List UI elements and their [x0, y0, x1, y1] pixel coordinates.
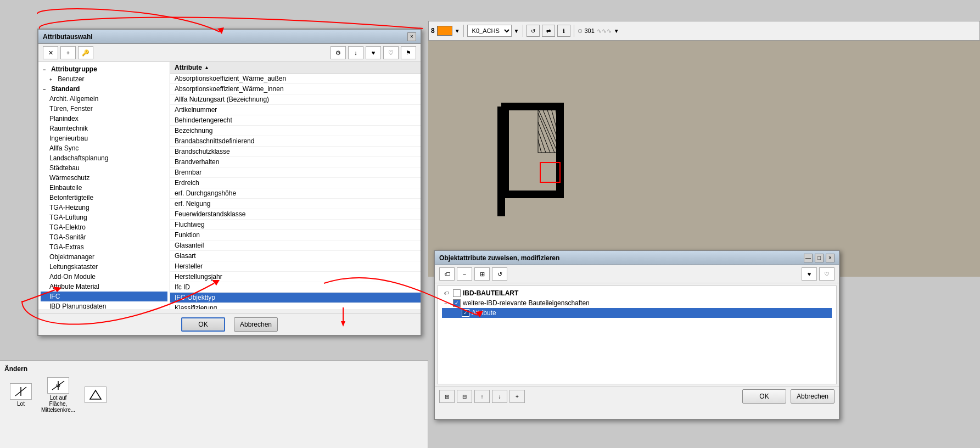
- objattr-btn-fav2[interactable]: ♡: [819, 267, 835, 281]
- objattr-btn-fav1[interactable]: ♥: [802, 267, 817, 281]
- tool-lot-icon[interactable]: [10, 383, 32, 400]
- attr-toolbar-fav1-btn[interactable]: ♥: [366, 46, 381, 59]
- objattr-footer-btn2[interactable]: ⊟: [457, 390, 472, 403]
- attribute-list[interactable]: Absorptionskoeffizient_Wärme_außen Absor…: [170, 74, 421, 309]
- attr-toolbar-flag-btn[interactable]: ⚑: [401, 46, 416, 59]
- attr-item-17[interactable]: Glasart: [170, 251, 421, 261]
- objattr-btn-minus[interactable]: −: [457, 267, 472, 281]
- tree-item-attributgruppe[interactable]: − Attributgruppe: [41, 64, 167, 74]
- objattr-footer-btn3[interactable]: ↑: [474, 390, 490, 403]
- attr-item-21[interactable]: IFC-Objekttyp: [170, 293, 421, 303]
- tree-item-betonfertig[interactable]: Betonfertigteile: [41, 193, 167, 203]
- attr-item-16[interactable]: Glasanteil: [170, 240, 421, 251]
- tree-item-ibdplanung[interactable]: IBD Planungsdaten: [41, 301, 167, 309]
- objattr-btn-table[interactable]: ⊞: [474, 267, 490, 281]
- objattr-tree-attribute[interactable]: ✓ Attribute: [442, 308, 832, 318]
- attr-item-5[interactable]: Bezeichnung: [170, 126, 421, 136]
- attr-item-8[interactable]: Brandverhalten: [170, 157, 421, 167]
- attr-toolbar-key-btn[interactable]: 🔑: [78, 46, 93, 59]
- tool-lot-flaeche[interactable]: Lot auf Fläche, Mittelsenkre...: [42, 377, 75, 413]
- toolbar-scale-arrow[interactable]: ▼: [614, 28, 619, 34]
- dialog-objektattr-ok-btn[interactable]: OK: [742, 389, 786, 404]
- tree-item-addon[interactable]: Add-On Module: [41, 272, 167, 282]
- attr-toolbar-add-btn[interactable]: +: [60, 46, 76, 59]
- attr-item-1[interactable]: Absorptionskoeffizient_Wärme_innen: [170, 84, 421, 94]
- tree-item-objektmanager[interactable]: Objektmanager: [41, 252, 167, 262]
- toolbar-refresh-btn[interactable]: ↺: [527, 25, 540, 37]
- tree-item-tgalueftung[interactable]: TGA-Lüftung: [41, 212, 167, 222]
- attr-item-19[interactable]: Herstellungsjahr: [170, 272, 421, 282]
- attr-item-22[interactable]: Klassifizierung: [170, 303, 421, 309]
- tool-lot[interactable]: Lot: [4, 383, 37, 407]
- tree-item-benutzer[interactable]: + Benutzer: [41, 74, 167, 84]
- objattr-footer-btn5[interactable]: +: [509, 390, 525, 403]
- attr-item-6[interactable]: Brandabschnittsdefinierend: [170, 136, 421, 147]
- attr-item-4[interactable]: Behindertengerecht: [170, 115, 421, 126]
- toolbar-layer-arrow[interactable]: ▼: [514, 28, 519, 34]
- objattr-tree-ibdbauteilart[interactable]: 🏷 IBD-BAUTEILART: [442, 288, 832, 298]
- attr-item-20[interactable]: Ifc ID: [170, 282, 421, 293]
- tree-item-ingenieurbau[interactable]: Ingenieurbau: [41, 133, 167, 143]
- tree-item-tgasanitaer[interactable]: TGA-Sanitär: [41, 232, 167, 242]
- tree-item-attrmaterial[interactable]: Attribute Material: [41, 282, 167, 292]
- objattr-btn-refresh[interactable]: ↺: [492, 267, 507, 281]
- attribute-group-tree[interactable]: − Attributgruppe + Benutzer − Standard A…: [38, 62, 170, 309]
- tree-item-tgaheizung[interactable]: TGA-Heizung: [41, 203, 167, 212]
- toolbar-dropdown-arrow[interactable]: ▼: [455, 28, 460, 34]
- attr-item-18[interactable]: Hersteller: [170, 261, 421, 272]
- dialog-attributauswahl-close[interactable]: ×: [407, 32, 416, 41]
- tool-lot-flaeche-icon[interactable]: [47, 377, 69, 394]
- toolbar-color-swatch[interactable]: [437, 26, 452, 36]
- svg-rect-12: [497, 107, 505, 216]
- attr-item-15[interactable]: Funktion: [170, 230, 421, 240]
- attr-item-2[interactable]: Allfa Nutzungsart (Bezeichnung): [170, 94, 421, 105]
- tree-item-waermeschutz[interactable]: Wärmeschutz: [41, 173, 167, 183]
- attr-item-0[interactable]: Absorptionskoeffizient_Wärme_außen: [170, 74, 421, 84]
- dialog-attributauswahl-cancel-btn[interactable]: Abbrechen: [234, 317, 278, 332]
- attr-toolbar-config-btn[interactable]: ⚙: [331, 46, 346, 59]
- checkbox-attribute[interactable]: ✓: [462, 309, 469, 317]
- attr-item-9[interactable]: Brennbar: [170, 167, 421, 178]
- attr-toolbar-fav2-btn[interactable]: ♡: [383, 46, 399, 59]
- tree-item-archit[interactable]: Archit. Allgemein: [41, 94, 167, 104]
- toolbar-info-btn[interactable]: ℹ: [557, 25, 570, 37]
- toolbar-layer-dropdown[interactable]: K0_ACHS: [467, 25, 512, 37]
- toolbar-sync-btn[interactable]: ⇄: [542, 25, 555, 37]
- attr-item-12[interactable]: erf. Neigung: [170, 199, 421, 209]
- attribute-list-header[interactable]: Attribute ▲: [170, 62, 421, 74]
- objattr-footer-btn4[interactable]: ↓: [492, 390, 507, 403]
- tree-item-raumtechnik[interactable]: Raumtechnik: [41, 124, 167, 133]
- checkbox-weitere[interactable]: ✓: [453, 299, 461, 307]
- attr-item-13[interactable]: Feuerwiderstandsklasse: [170, 209, 421, 220]
- tree-item-einbauteile[interactable]: Einbauteile: [41, 183, 167, 193]
- tree-item-allfasync[interactable]: Allfa Sync: [41, 143, 167, 153]
- tool-facen[interactable]: [79, 387, 112, 404]
- tool-facen-icon[interactable]: [85, 387, 107, 403]
- attr-item-3[interactable]: Artikelnummer: [170, 105, 421, 115]
- dialog-attributauswahl-ok-btn[interactable]: OK: [181, 317, 225, 332]
- tree-item-stadtebau[interactable]: Städtebau: [41, 163, 167, 173]
- dialog-objektattr-maximize-btn[interactable]: □: [815, 254, 824, 262]
- attr-toolbar-down-btn[interactable]: ↓: [348, 46, 363, 59]
- attr-toolbar-delete-btn[interactable]: ✕: [43, 46, 58, 59]
- checkbox-ibdbauteilart[interactable]: [453, 289, 461, 297]
- objattr-tree-weitere[interactable]: − ✓ weitere-IBD-relevante Bauteileigensc…: [442, 298, 832, 308]
- dialog-objektattr-close-btn[interactable]: ×: [826, 254, 835, 262]
- tree-item-tueren[interactable]: Türen, Fenster: [41, 104, 167, 114]
- tree-item-ifc[interactable]: IFC: [41, 292, 167, 301]
- objattr-btn-tag[interactable]: 🏷: [439, 267, 455, 281]
- dialog-objektattr-cancel-btn[interactable]: Abbrechen: [791, 389, 835, 404]
- attr-item-10[interactable]: Erdreich: [170, 178, 421, 188]
- attr-item-11[interactable]: erf. Durchgangshöhe: [170, 188, 421, 199]
- dialog-objektattr-minimize-btn[interactable]: —: [804, 254, 813, 262]
- objattr-tree-panel[interactable]: 🏷 IBD-BAUTEILART − ✓ weitere-IBD-relevan…: [437, 285, 837, 384]
- tree-item-standard[interactable]: − Standard: [41, 84, 167, 94]
- attr-item-14[interactable]: Fluchtweg: [170, 220, 421, 230]
- attr-item-7[interactable]: Brandschutzklasse: [170, 147, 421, 157]
- tree-item-tgaelektro[interactable]: TGA-Elektro: [41, 222, 167, 232]
- tree-item-landschaft[interactable]: Landschaftsplanung: [41, 153, 167, 163]
- objattr-footer-btn1[interactable]: ⊞: [439, 390, 455, 403]
- tree-item-tgaextras[interactable]: TGA-Extras: [41, 242, 167, 252]
- tree-item-leitungskataster[interactable]: Leitungskataster: [41, 262, 167, 272]
- tree-item-planindex[interactable]: Planindex: [41, 114, 167, 124]
